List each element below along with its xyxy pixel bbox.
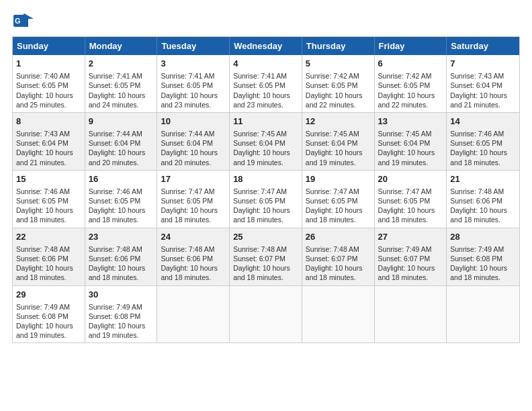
cell-text: Sunrise: 7:49 AM: [89, 302, 154, 312]
calendar-day-24: 24Sunrise: 7:48 AMSunset: 6:06 PMDayligh…: [157, 228, 230, 285]
day-number: 29: [16, 289, 81, 301]
cell-text: Sunrise: 7:49 AM: [16, 302, 81, 312]
cell-text: Sunset: 6:04 PM: [306, 138, 371, 148]
cell-text: Sunset: 6:07 PM: [306, 254, 371, 263]
day-number: 27: [378, 231, 443, 243]
day-number: 15: [16, 173, 81, 185]
cell-text: Sunset: 6:04 PM: [233, 138, 298, 148]
calendar-day-26: 26Sunrise: 7:48 AMSunset: 6:07 PMDayligh…: [302, 228, 375, 285]
cell-text: Sunset: 6:05 PM: [306, 81, 371, 90]
cell-text: Sunrise: 7:47 AM: [161, 187, 226, 196]
calendar-day-11: 11Sunrise: 7:45 AMSunset: 6:04 PMDayligh…: [230, 113, 302, 170]
cell-text: Sunset: 6:05 PM: [89, 196, 154, 205]
page-header: G: [7, 7, 525, 32]
cell-text: Sunset: 6:08 PM: [16, 312, 81, 321]
cell-text: Sunrise: 7:48 AM: [233, 244, 298, 254]
day-number: 24: [161, 231, 226, 243]
cell-text: Sunset: 6:04 PM: [89, 138, 154, 148]
calendar-day-3: 3Sunrise: 7:41 AMSunset: 6:05 PMDaylight…: [157, 55, 230, 112]
day-number: 12: [306, 116, 371, 128]
calendar-day-29: 29Sunrise: 7:49 AMSunset: 6:08 PMDayligh…: [13, 286, 85, 343]
calendar-day-16: 16Sunrise: 7:46 AMSunset: 6:05 PMDayligh…: [85, 171, 158, 228]
cell-text: Sunset: 6:05 PM: [16, 81, 81, 90]
calendar-week-3: 15Sunrise: 7:46 AMSunset: 6:05 PMDayligh…: [13, 170, 519, 228]
cell-text: Sunset: 6:05 PM: [450, 138, 516, 148]
cell-text: Daylight: 10 hours and 18 minutes.: [378, 205, 443, 224]
cell-text: Sunrise: 7:43 AM: [16, 129, 81, 138]
header-cell-sunday: Sunday: [13, 37, 85, 55]
cell-text: Sunrise: 7:48 AM: [16, 244, 81, 254]
calendar-day-5: 5Sunrise: 7:42 AMSunset: 6:05 PMDaylight…: [302, 55, 375, 112]
day-number: 4: [233, 58, 298, 70]
cell-text: Sunset: 6:05 PM: [378, 81, 443, 90]
cell-text: Daylight: 10 hours and 18 minutes.: [16, 263, 81, 282]
day-number: 8: [16, 116, 81, 128]
cell-text: Sunset: 6:05 PM: [233, 81, 298, 90]
day-number: 11: [233, 116, 298, 128]
cell-text: Sunset: 6:05 PM: [16, 196, 81, 205]
cell-text: Daylight: 10 hours and 19 minutes.: [306, 148, 371, 167]
cell-text: Sunset: 6:05 PM: [161, 196, 226, 205]
calendar-day-23: 23Sunrise: 7:48 AMSunset: 6:06 PMDayligh…: [85, 228, 158, 285]
cell-text: Sunrise: 7:48 AM: [89, 244, 154, 254]
calendar: SundayMondayTuesdayWednesdayThursdayFrid…: [12, 36, 520, 343]
calendar-week-2: 8Sunrise: 7:43 AMSunset: 6:04 PMDaylight…: [13, 112, 519, 170]
cell-text: Daylight: 10 hours and 21 minutes.: [450, 91, 516, 109]
calendar-empty: [302, 286, 375, 343]
cell-text: Daylight: 10 hours and 18 minutes.: [89, 205, 154, 224]
day-number: 19: [306, 173, 371, 185]
calendar-day-14: 14Sunrise: 7:46 AMSunset: 6:05 PMDayligh…: [447, 113, 519, 170]
cell-text: Daylight: 10 hours and 23 minutes.: [161, 91, 226, 109]
calendar-day-13: 13Sunrise: 7:45 AMSunset: 6:04 PMDayligh…: [375, 113, 447, 170]
cell-text: Sunrise: 7:44 AM: [89, 129, 154, 138]
header-cell-friday: Friday: [375, 37, 447, 55]
cell-text: Sunset: 6:04 PM: [450, 81, 516, 90]
calendar-day-6: 6Sunrise: 7:42 AMSunset: 6:05 PMDaylight…: [375, 55, 447, 112]
day-number: 21: [450, 173, 516, 185]
calendar-empty: [375, 286, 447, 343]
day-number: 10: [161, 116, 226, 128]
day-number: 7: [450, 58, 516, 70]
day-number: 17: [161, 173, 226, 185]
calendar-empty: [230, 286, 302, 343]
day-number: 9: [89, 116, 154, 128]
cell-text: Daylight: 10 hours and 19 minutes.: [378, 148, 443, 167]
cell-text: Sunset: 6:06 PM: [161, 254, 226, 263]
day-number: 2: [89, 58, 154, 70]
calendar-week-4: 22Sunrise: 7:48 AMSunset: 6:06 PMDayligh…: [13, 228, 519, 285]
logo-icon: G: [13, 12, 35, 30]
calendar-day-18: 18Sunrise: 7:47 AMSunset: 6:05 PMDayligh…: [230, 171, 302, 228]
calendar-day-15: 15Sunrise: 7:46 AMSunset: 6:05 PMDayligh…: [13, 171, 85, 228]
cell-text: Sunrise: 7:40 AM: [16, 71, 81, 81]
cell-text: Daylight: 10 hours and 18 minutes.: [450, 263, 516, 282]
header-cell-monday: Monday: [85, 37, 158, 55]
calendar-day-4: 4Sunrise: 7:41 AMSunset: 6:05 PMDaylight…: [230, 55, 302, 112]
calendar-body: 1Sunrise: 7:40 AMSunset: 6:05 PMDaylight…: [13, 55, 519, 342]
calendar-day-22: 22Sunrise: 7:48 AMSunset: 6:06 PMDayligh…: [13, 228, 85, 285]
cell-text: Sunset: 6:06 PM: [89, 254, 154, 263]
header-cell-tuesday: Tuesday: [157, 37, 230, 55]
calendar-day-19: 19Sunrise: 7:47 AMSunset: 6:05 PMDayligh…: [302, 171, 375, 228]
cell-text: Sunrise: 7:41 AM: [89, 71, 154, 81]
calendar-week-1: 1Sunrise: 7:40 AMSunset: 6:05 PMDaylight…: [13, 55, 519, 112]
cell-text: Sunrise: 7:46 AM: [16, 187, 81, 196]
calendar-day-27: 27Sunrise: 7:49 AMSunset: 6:07 PMDayligh…: [375, 228, 447, 285]
day-number: 23: [89, 231, 154, 243]
cell-text: Daylight: 10 hours and 19 minutes.: [16, 321, 81, 340]
cell-text: Sunset: 6:06 PM: [16, 254, 81, 263]
cell-text: Sunrise: 7:48 AM: [161, 244, 226, 254]
cell-text: Daylight: 10 hours and 18 minutes.: [89, 263, 154, 282]
day-number: 1: [16, 58, 81, 70]
cell-text: Sunrise: 7:49 AM: [378, 244, 443, 254]
cell-text: Daylight: 10 hours and 18 minutes.: [161, 205, 226, 224]
cell-text: Sunset: 6:05 PM: [378, 196, 443, 205]
day-number: 28: [450, 231, 516, 243]
day-number: 30: [89, 289, 154, 301]
cell-text: Sunset: 6:04 PM: [378, 138, 443, 148]
calendar-day-30: 30Sunrise: 7:49 AMSunset: 6:08 PMDayligh…: [85, 286, 158, 343]
cell-text: Daylight: 10 hours and 22 minutes.: [378, 91, 443, 109]
day-number: 13: [378, 116, 443, 128]
cell-text: Daylight: 10 hours and 20 minutes.: [89, 148, 154, 167]
cell-text: Daylight: 10 hours and 25 minutes.: [16, 91, 81, 109]
cell-text: Daylight: 10 hours and 22 minutes.: [306, 91, 371, 109]
